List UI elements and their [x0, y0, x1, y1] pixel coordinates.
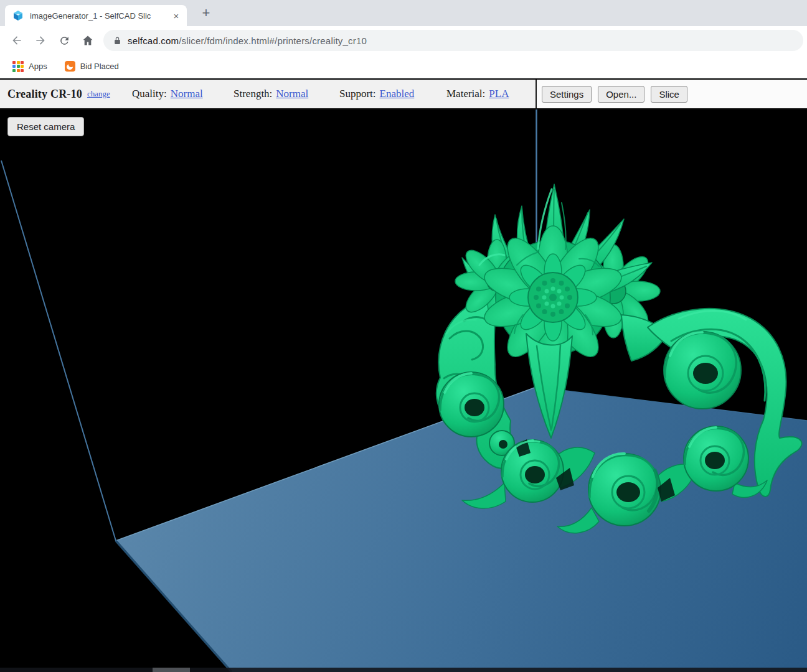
bookmarks-bar: Apps Bid Placed	[0, 55, 807, 78]
taskbar-sliver-segment	[153, 668, 190, 672]
bookmark-apps-label: Apps	[29, 62, 47, 71]
bookmark-apps[interactable]: Apps	[7, 61, 47, 72]
toolbar-button-zone: Settings Open... Slice	[536, 80, 807, 108]
tab-strip: imageGenerator_1 - SelfCAD Slic × +	[0, 0, 807, 26]
bookmark-bid-placed[interactable]: Bid Placed	[65, 61, 119, 72]
material-param: Material: PLA	[446, 80, 509, 108]
open-button[interactable]: Open...	[598, 86, 644, 103]
new-tab-button[interactable]: +	[197, 4, 215, 22]
taskbar-sliver	[0, 668, 807, 672]
slicer-toolbar: Creality CR-10 change Quality: Normal St…	[0, 78, 807, 110]
home-icon[interactable]	[76, 29, 100, 52]
reset-camera-button[interactable]: Reset camera	[7, 117, 84, 136]
scene-canvas	[0, 110, 807, 672]
apps-grid-icon	[12, 61, 24, 72]
quality-link[interactable]: Normal	[171, 88, 203, 100]
strength-param: Strength: Normal	[234, 80, 308, 108]
tab-title: imageGenerator_1 - SelfCAD Slic	[30, 11, 171, 21]
back-icon[interactable]	[5, 29, 29, 52]
bookmark-bid-label: Bid Placed	[80, 62, 119, 71]
quality-param: Quality: Normal	[132, 80, 203, 108]
slicer-3d-viewport[interactable]: Reset camera	[0, 110, 807, 672]
lock-icon	[113, 36, 121, 45]
browser-navbar: selfcad.com/slicer/fdm/index.html#/print…	[0, 26, 807, 55]
strength-link[interactable]: Normal	[276, 88, 308, 100]
support-param: Support: Enabled	[339, 80, 414, 108]
forward-icon[interactable]	[29, 29, 52, 52]
address-bar[interactable]: selfcad.com/slicer/fdm/index.html#/print…	[103, 30, 803, 51]
change-printer-link[interactable]: change	[87, 89, 110, 99]
support-link[interactable]: Enabled	[380, 88, 415, 100]
slice-button[interactable]: Slice	[651, 86, 687, 103]
settings-button[interactable]: Settings	[542, 86, 592, 103]
reload-icon[interactable]	[52, 29, 76, 52]
selfcad-logo-icon	[12, 10, 24, 21]
browser-window: imageGenerator_1 - SelfCAD Slic × + self…	[0, 0, 807, 672]
browser-tab[interactable]: imageGenerator_1 - SelfCAD Slic ×	[5, 5, 187, 26]
material-link[interactable]: PLA	[489, 88, 509, 100]
bid-placed-favicon-icon	[65, 61, 75, 72]
tab-close-icon[interactable]: ×	[171, 10, 182, 21]
printer-name: Creality CR-10 change	[7, 80, 110, 108]
url-text: selfcad.com/slicer/fdm/index.html#/print…	[128, 35, 367, 46]
